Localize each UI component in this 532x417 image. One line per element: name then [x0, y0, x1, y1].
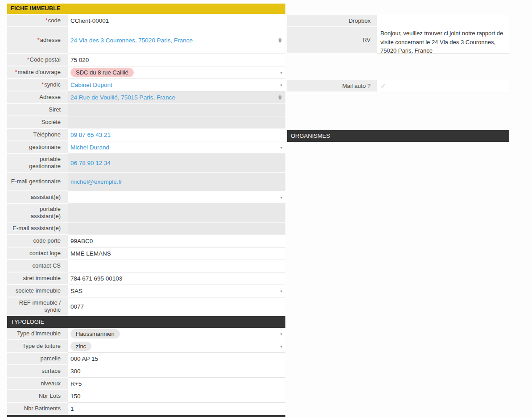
field-value[interactable]: Haussmannien▾	[68, 328, 285, 340]
field-value	[68, 204, 285, 223]
field-row-contact-loge: contact logeMME LEMANS	[7, 248, 285, 260]
field-value[interactable]: R+5	[68, 378, 285, 390]
field-value-text: 000 AP 15	[70, 355, 98, 362]
field-value[interactable]: ▾	[68, 191, 285, 204]
field-row-gestionnaire: gestionnaireMichel Durand▾	[7, 141, 285, 154]
field-label: niveaux	[7, 378, 68, 390]
check-icon[interactable]: ✓	[380, 83, 386, 89]
field-row-nbr-batiments: Nbr Batiments1	[7, 403, 285, 415]
field-row-surface: surface300	[7, 365, 285, 378]
fiche-immeuble-panel: FICHE IMMEUBLE *codeCClient-00001*adress…	[7, 4, 285, 417]
field-row-code-postal: *Code postal75 020	[7, 54, 285, 66]
field-label-text: gestionnaire	[29, 144, 61, 151]
field-row-maitre-d-ouvrage: *maitre d'ouvrageSDC du 8 rue Caillié▾	[7, 66, 285, 79]
field-value-text: 1	[70, 405, 74, 412]
field-value[interactable]: 75 020	[68, 54, 285, 66]
field-label-text: contact loge	[29, 250, 61, 257]
field-label-text: portable gestionnaire	[10, 156, 61, 170]
field-row-niveaux: niveauxR+5	[7, 378, 285, 390]
chevron-down-icon[interactable]: ▾	[280, 70, 282, 74]
field-label-text: siret immeuble	[23, 275, 61, 282]
field-label-text: Mail auto ?	[342, 83, 371, 89]
chevron-down-icon[interactable]: ▾	[280, 289, 282, 293]
field-label: parcelle	[7, 353, 68, 365]
field-value: michel@exemple.fr	[68, 173, 285, 191]
field-label: portable gestionnaire	[7, 154, 68, 173]
field-value[interactable]: 784 671 695 00103	[68, 272, 285, 285]
field-row-e-mail-assistant-e: E-mail assistant(e)	[7, 223, 285, 235]
selected-option-pill[interactable]: zinc	[70, 342, 91, 351]
field-value[interactable]: 09 87 65 43 21	[68, 129, 285, 141]
field-value[interactable]: SDC du 8 rue Caillié▾	[68, 66, 285, 79]
mail-auto-field-value[interactable]: ✓	[377, 80, 509, 92]
field-label-text: Nbr Lots	[39, 392, 61, 400]
field-value[interactable]: SAS▾	[68, 285, 285, 297]
field-label-text: Dropbox	[349, 17, 371, 24]
chevron-down-icon[interactable]: ▾	[280, 83, 282, 87]
map-pin-icon[interactable]	[277, 38, 283, 43]
field-label-text: syndic	[44, 81, 61, 88]
field-row-rv: RV Bonjour, veuillez trouver ci joint no…	[287, 27, 509, 54]
field-row-t-l-phone: Téléphone09 87 65 43 21	[7, 129, 285, 141]
field-value-link[interactable]: 06 78 90 12 34	[70, 160, 111, 166]
chevron-down-icon[interactable]: ▾	[280, 195, 282, 199]
rv-field-value[interactable]: Bonjour, veuillez trouver ci joint notre…	[377, 27, 509, 54]
chevron-down-icon[interactable]: ▾	[280, 332, 282, 336]
field-value-text: SAS	[70, 288, 82, 294]
field-value	[68, 116, 285, 129]
selected-option-pill[interactable]: Haussmannien	[70, 329, 120, 339]
field-value[interactable]: MME LEMANS	[68, 248, 285, 260]
field-value-text: R+5	[70, 380, 82, 387]
field-value[interactable]	[68, 260, 285, 272]
field-value[interactable]: 300	[68, 365, 285, 378]
field-value-link[interactable]: 09 87 65 43 21	[70, 132, 111, 138]
field-row-parcelle: parcelle000 AP 15	[7, 353, 285, 365]
field-row-contact-cs: contact CS	[7, 260, 285, 272]
map-pin-icon[interactable]	[277, 95, 283, 100]
field-label: Société	[7, 116, 68, 129]
field-value[interactable]: 0077	[68, 297, 285, 316]
field-value[interactable]: zinc▾	[68, 340, 285, 353]
field-label-text: parcelle	[40, 355, 61, 362]
field-value-text: 99ABC0	[70, 238, 93, 244]
field-value[interactable]: 1	[68, 403, 285, 415]
field-value[interactable]: 24 Vla des 3 Couronnes, 75020 Paris, Fra…	[68, 27, 285, 54]
field-label: *maitre d'ouvrage	[7, 66, 68, 79]
field-value-link[interactable]: 24 Vla des 3 Couronnes, 75020 Paris, Fra…	[70, 37, 193, 44]
fiche-immeuble-page: FICHE IMMEUBLE *codeCClient-00001*adress…	[0, 0, 532, 417]
field-value[interactable]: 000 AP 15	[68, 353, 285, 365]
field-label-text: societe immeuble	[16, 287, 61, 294]
chevron-down-icon[interactable]: ▾	[280, 344, 282, 348]
field-row-societe-immeuble: societe immeubleSAS▾	[7, 285, 285, 297]
field-value[interactable]: Cabinet Dupont▾	[68, 79, 285, 91]
field-label: gestionnaire	[7, 141, 68, 154]
field-value[interactable]: CClient-00001	[68, 15, 285, 27]
field-row-nbr-lots: Nbr Lots150	[7, 390, 285, 403]
field-value-link[interactable]: michel@exemple.fr	[70, 178, 122, 185]
field-label-text: code porte	[33, 237, 61, 244]
field-label: code porte	[7, 235, 68, 248]
section-header-typologie: TYPOLOGIE	[7, 316, 285, 328]
field-label-text: REF immeuble / syndic	[10, 299, 61, 314]
field-value-text: MME LEMANS	[70, 250, 111, 257]
required-asterisk: *	[15, 69, 17, 76]
field-value-link[interactable]: Cabinet Dupont	[70, 82, 112, 88]
field-value-link[interactable]: 24 Rue de Vouillé, 75015 Paris, France	[70, 94, 175, 101]
field-row-ref-immeuble-syndic: REF immeuble / syndic0077	[7, 297, 285, 316]
field-label-text: portable assistant(e)	[10, 206, 61, 220]
selected-option-pill[interactable]: SDC du 8 rue Caillié	[70, 68, 134, 77]
section-header-partial	[7, 415, 285, 417]
field-label-text: Siret	[49, 106, 61, 113]
field-value[interactable]: 99ABC0	[68, 235, 285, 248]
field-row-code: *codeCClient-00001	[7, 15, 285, 27]
field-row-soci-t: Société	[7, 116, 285, 129]
field-value-link[interactable]: Michel Durand	[70, 144, 109, 151]
field-label: *Code postal	[7, 54, 68, 66]
field-label: portable assistant(e)	[7, 204, 68, 223]
field-label: *adresse	[7, 27, 68, 54]
field-value	[68, 223, 285, 235]
dropbox-field-value[interactable]	[377, 15, 509, 27]
chevron-down-icon[interactable]: ▾	[280, 145, 282, 149]
field-value[interactable]: 150	[68, 390, 285, 403]
field-value[interactable]: Michel Durand▾	[68, 141, 285, 154]
